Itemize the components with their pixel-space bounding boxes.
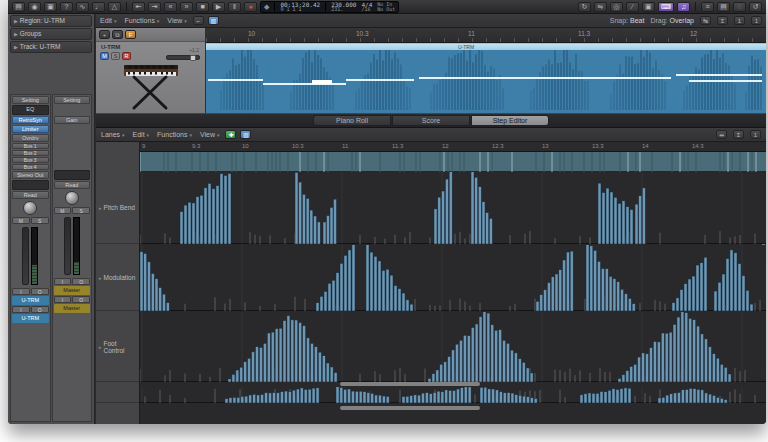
rewind-button[interactable]: «: [164, 2, 177, 12]
fx-slot[interactable]: Gain: [54, 116, 91, 124]
mute-button[interactable]: M: [100, 52, 109, 60]
preferences-icon[interactable]: ◉: [28, 2, 41, 12]
record-button[interactable]: ●: [244, 2, 257, 12]
zoom-h-box[interactable]: 1: [734, 16, 745, 25]
channel-name-plate[interactable]: U-TRM: [12, 296, 49, 305]
list-editors-icon[interactable]: ≡: [701, 2, 714, 12]
send-slot[interactable]: Bus 2: [12, 150, 49, 156]
lane-header-modulation[interactable]: ▸Modulation: [96, 245, 139, 311]
input-button[interactable]: I: [12, 306, 30, 313]
editor-hscrollbar[interactable]: [340, 382, 480, 386]
go-to-beginning-button[interactable]: ⇤: [132, 2, 145, 12]
stop-button[interactable]: ■: [196, 2, 209, 12]
duplicate-track-button[interactable]: ⧉: [112, 30, 123, 39]
replace-button[interactable]: ▣: [642, 2, 655, 12]
output-button[interactable]: O: [72, 296, 90, 303]
catch-button[interactable]: ▥: [240, 130, 251, 139]
send-slot[interactable]: Bus 1: [12, 143, 49, 149]
sum-icon[interactable]: Σ: [717, 16, 728, 25]
output-button[interactable]: O: [72, 278, 90, 285]
pause-button[interactable]: ‖: [228, 2, 241, 12]
record-enable-button[interactable]: R: [122, 52, 131, 60]
automation-button[interactable]: Read: [54, 181, 91, 189]
group-slot[interactable]: [12, 180, 49, 190]
catch-icon[interactable]: ↹: [700, 16, 711, 25]
midi-in-button[interactable]: ✚: [225, 130, 236, 139]
lane-pitch-bend[interactable]: [140, 172, 766, 244]
input-button[interactable]: I: [12, 288, 30, 295]
output-button[interactable]: O: [31, 306, 49, 313]
link-icon[interactable]: ⇹: [716, 130, 727, 139]
send-slot[interactable]: Bus 4: [12, 164, 49, 170]
editor-menu-view[interactable]: View ▾: [200, 131, 220, 138]
catch-playhead-icon[interactable]: ▥: [208, 16, 219, 25]
step-editor-ruler[interactable]: 99.31010.31111.31212.31313.31414.3: [140, 142, 766, 152]
track-tile[interactable]: U-TRM M S R +1.2: [96, 42, 205, 112]
add-track-button[interactable]: +: [99, 30, 110, 39]
lcd-display[interactable]: ◆ 00:13:20.429 1 1 1 230.000231. 4/4/16 …: [260, 1, 399, 13]
screen-icon[interactable]: ▤: [12, 2, 25, 12]
zoom-value-box[interactable]: 1: [750, 130, 761, 139]
flex-button[interactable]: F: [125, 30, 136, 39]
tracks-menu-view[interactable]: View ▾: [167, 17, 187, 24]
inspector-panel-2[interactable]: ▶Track: U-TRM: [10, 41, 92, 53]
go-to-end-button[interactable]: ⇥: [148, 2, 161, 12]
autopunch-button[interactable]: ⇋: [594, 2, 607, 12]
tracks-menu-functions[interactable]: Functions ▾: [125, 17, 160, 24]
input-button[interactable]: I: [54, 296, 72, 303]
fx-slot[interactable]: Ovrdrv: [12, 134, 49, 142]
media-browser-icon[interactable]: ↺: [749, 2, 762, 12]
editor-menu-edit[interactable]: Edit ▾: [133, 131, 150, 138]
zoom-tool-icon[interactable]: ⌐: [193, 16, 204, 25]
window-hscrollbar[interactable]: [340, 406, 480, 410]
arrange-ruler[interactable]: 1010.31111.312: [206, 28, 766, 43]
play-button[interactable]: ▶: [212, 2, 225, 12]
channel-name-plate[interactable]: Master: [54, 304, 91, 313]
fx-slot[interactable]: Limiter: [12, 125, 49, 133]
lane-header-partial[interactable]: [96, 387, 139, 403]
solo-button[interactable]: S: [72, 207, 90, 214]
inspector-panel-1[interactable]: ▶Groups: [10, 28, 92, 40]
output-button[interactable]: O: [31, 288, 49, 295]
setting-button[interactable]: Setting: [54, 96, 91, 104]
cycle-button[interactable]: ↻: [578, 2, 591, 12]
quick-help-icon[interactable]: ?: [60, 2, 73, 12]
display-icon[interactable]: ▣: [44, 2, 57, 12]
pan-knob[interactable]: [65, 191, 79, 205]
zoom-v-box[interactable]: 1: [751, 16, 762, 25]
loop-browser-icon[interactable]: ◌: [733, 2, 746, 12]
automation-button[interactable]: Read: [12, 191, 49, 199]
send-slot[interactable]: Bus 3: [12, 157, 49, 163]
lane-modulation[interactable]: [140, 245, 766, 311]
mute-button[interactable]: M: [54, 207, 72, 214]
lane-foot-control[interactable]: [140, 312, 766, 382]
drag-value[interactable]: Overlap: [669, 17, 694, 24]
solo-button[interactable]: S: [111, 52, 120, 60]
tab-step-editor[interactable]: Step Editor: [471, 115, 549, 126]
solo-button[interactable]: S: [31, 217, 49, 224]
count-in-icon[interactable]: ♩: [92, 2, 105, 12]
eq-thumbnail[interactable]: EQ: [12, 105, 49, 115]
group-slot[interactable]: [54, 170, 91, 180]
note-pads-icon[interactable]: ▤: [717, 2, 730, 12]
lane-header-foot-control[interactable]: ▸Foot Control: [96, 312, 139, 382]
musical-typing-button[interactable]: ⌨: [658, 2, 674, 12]
channel-name-plate[interactable]: U-TRM: [12, 314, 49, 323]
tab-piano-roll[interactable]: Piano Roll: [313, 115, 391, 126]
output-slot[interactable]: Stereo Out: [12, 171, 49, 179]
editor-menu-functions[interactable]: Functions ▾: [157, 131, 192, 138]
volume-fader[interactable]: [64, 217, 71, 275]
lane-header-pitch-bend[interactable]: ▸Pitch Bend: [96, 172, 139, 244]
tuner-icon[interactable]: ∿: [76, 2, 89, 12]
midi-region[interactable]: U-TRM: [206, 43, 766, 113]
forward-button[interactable]: »: [180, 2, 193, 12]
lcd-mode-icon[interactable]: ◆: [264, 3, 269, 11]
tracks-menu-edit[interactable]: Edit ▾: [100, 17, 117, 24]
inspector-panel-0[interactable]: ▶Region: U-TRM: [10, 15, 92, 27]
input-button[interactable]: I: [54, 278, 72, 285]
solo-mode-button[interactable]: ◎: [610, 2, 623, 12]
pan-knob[interactable]: [23, 201, 37, 215]
tab-score[interactable]: Score: [392, 115, 470, 126]
volume-fader[interactable]: [22, 227, 29, 285]
setting-button[interactable]: Setting: [12, 96, 49, 104]
